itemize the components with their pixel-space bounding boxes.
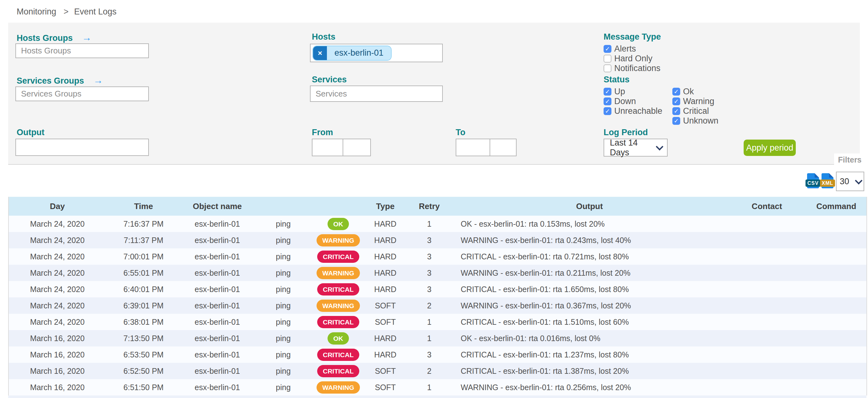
cell-day: March 16, 2020 <box>8 379 106 396</box>
cell-status: WARNING <box>313 297 363 314</box>
cell-time: 7:13:50 PM <box>106 330 181 346</box>
cell-contact <box>727 297 806 314</box>
checked-checkbox-icon[interactable]: ✓ <box>603 88 612 95</box>
status-badge: WARNING <box>316 300 360 312</box>
to-date-input[interactable] <box>456 139 490 156</box>
cell-day: March 24, 2020 <box>8 248 106 265</box>
cell-contact <box>727 330 806 346</box>
cell-status: CRITICAL <box>313 363 363 379</box>
export-csv-icon[interactable]: CSV <box>807 173 819 188</box>
chevron-down-icon <box>855 177 862 184</box>
services-input[interactable] <box>310 86 443 102</box>
to-time-input[interactable] <box>490 139 517 156</box>
cell-service: ping <box>253 379 313 396</box>
services-groups-arrow-icon[interactable]: → <box>93 75 103 86</box>
cell-type: HARD <box>363 330 407 346</box>
apply-period-button[interactable]: Apply period <box>744 140 796 156</box>
cell-service: ping <box>253 248 313 265</box>
checkbox-warning[interactable]: ✓Warning <box>672 96 718 106</box>
column-header-type: Type <box>363 197 407 216</box>
column-header-output: Output <box>451 197 727 216</box>
output-input[interactable] <box>16 139 149 156</box>
cell-day: March 16, 2020 <box>8 346 106 363</box>
checkbox-alerts[interactable]: ✓Alerts <box>603 44 660 54</box>
cell-retry: 3 <box>407 232 451 248</box>
checked-checkbox-icon[interactable]: ✓ <box>672 97 680 105</box>
checked-checkbox-icon[interactable]: ✓ <box>672 117 680 125</box>
cell-output: WARNING - esx-berlin-01: rta 0.256ms, lo… <box>451 379 727 396</box>
unchecked-checkbox-icon[interactable] <box>603 55 612 62</box>
checked-checkbox-icon[interactable]: ✓ <box>603 45 612 53</box>
event-row: March 24, 20207:16:37 PMesx-berlin-01pin… <box>8 216 867 232</box>
column-header-day: Day <box>8 197 106 216</box>
cell-retry: 1 <box>407 379 451 396</box>
cell-status: WARNING <box>313 232 363 248</box>
to-label: To <box>456 127 465 137</box>
breadcrumb-item-monitoring[interactable]: Monitoring <box>17 7 56 16</box>
breadcrumb: Monitoring > Event Logs <box>17 7 120 17</box>
checkbox-hard-only[interactable]: Hard Only <box>603 54 660 63</box>
checked-checkbox-icon[interactable]: ✓ <box>603 107 612 115</box>
checkbox-ok[interactable]: ✓Ok <box>672 87 718 96</box>
cell-command <box>806 363 867 379</box>
event-row: March 24, 20207:00:01 PMesx-berlin-01pin… <box>8 248 867 265</box>
cell-time: 6:53:50 PM <box>106 346 181 363</box>
cell-type: HARD <box>363 281 407 297</box>
cell-day: March 24, 2020 <box>8 297 106 314</box>
cell-object-name: esx-berlin-01 <box>181 297 253 314</box>
column-header-command: Command <box>806 197 867 216</box>
chip-label: esx-berlin-01 <box>327 46 391 60</box>
checkbox-notifications[interactable]: Notifications <box>603 63 660 73</box>
unchecked-checkbox-icon[interactable] <box>603 64 612 72</box>
cell-service: ping <box>253 297 313 314</box>
cell-service: ping <box>253 363 313 379</box>
status-badge: WARNING <box>316 267 360 279</box>
cell-command <box>806 379 867 396</box>
filter-panel: Hosts Groups → Hosts × esx-berlin-01 Mes… <box>8 23 860 165</box>
cell-day: March 24, 2020 <box>8 281 106 297</box>
services-groups-label: Services Groups → <box>17 75 103 86</box>
services-groups-input[interactable] <box>16 86 149 101</box>
checkbox-down[interactable]: ✓Down <box>603 96 662 106</box>
hosts-groups-arrow-icon[interactable]: → <box>82 32 92 43</box>
cell-output: WARNING - esx-berlin-01: rta 0.243ms, lo… <box>451 232 727 248</box>
cell-type: SOFT <box>363 314 407 330</box>
checkbox-up[interactable]: ✓Up <box>603 87 662 96</box>
checked-checkbox-icon[interactable]: ✓ <box>672 107 680 115</box>
checkbox-critical[interactable]: ✓Critical <box>672 106 718 116</box>
page-size-select[interactable]: 30 <box>836 172 864 191</box>
checkbox-unknown[interactable]: ✓Unknown <box>672 116 718 126</box>
cell-output: CRITICAL - esx-berlin-01: rta 1.237ms, l… <box>451 346 727 363</box>
from-date-input[interactable] <box>312 139 343 156</box>
chip-remove-button[interactable]: × <box>313 46 327 60</box>
cell-day: March 24, 2020 <box>8 265 106 281</box>
cell-type: SOFT <box>363 363 407 379</box>
status-badge: OK <box>328 218 349 230</box>
cell-type: SOFT <box>363 379 407 396</box>
log-period-select[interactable]: Last 14 Days <box>603 139 668 157</box>
hosts-input[interactable]: × esx-berlin-01 <box>310 44 443 62</box>
cell-time: 6:52:50 PM <box>106 363 181 379</box>
checkbox-unreachable[interactable]: ✓Unreachable <box>603 106 662 116</box>
from-time-input[interactable] <box>343 139 371 156</box>
cell-command <box>806 297 867 314</box>
column-header-time: Time <box>106 197 181 216</box>
cell-retry: 2 <box>407 297 451 314</box>
checked-checkbox-icon[interactable]: ✓ <box>603 97 612 105</box>
cell-command <box>806 248 867 265</box>
cell-status: OK <box>313 216 363 232</box>
status-badge: CRITICAL <box>317 251 359 263</box>
checkbox-label: Up <box>614 87 625 96</box>
from-label: From <box>312 127 333 137</box>
cell-service: ping <box>253 265 313 281</box>
cell-service: ping <box>253 281 313 297</box>
cell-type: HARD <box>363 248 407 265</box>
hosts-groups-input[interactable] <box>16 44 149 58</box>
checked-checkbox-icon[interactable]: ✓ <box>672 88 680 95</box>
event-row: March 24, 20206:55:01 PMesx-berlin-01pin… <box>8 265 867 281</box>
filters-tab[interactable]: Filters <box>834 153 866 166</box>
export-xml-icon[interactable]: XML <box>822 173 833 188</box>
cell-day: March 24, 2020 <box>8 216 106 232</box>
cell-output: CRITICAL - esx-berlin-01: rta 1.650ms, l… <box>451 281 727 297</box>
checkbox-label: Unreachable <box>614 106 662 116</box>
